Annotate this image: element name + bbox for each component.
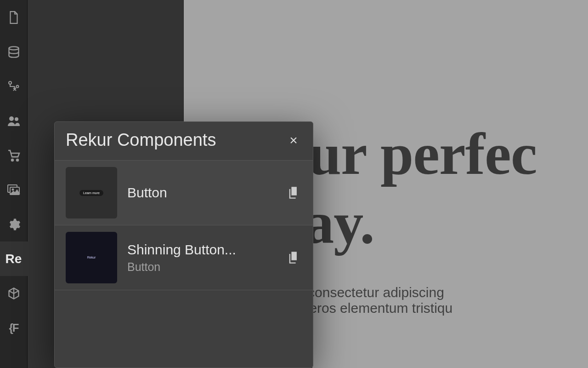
popover-header: Rekur Components × (55, 122, 313, 161)
sidebar-item-users[interactable] (0, 104, 28, 138)
sidebar-item-assets[interactable] (0, 172, 28, 207)
svg-point-5 (9, 116, 14, 121)
component-labels: Button (127, 185, 275, 201)
close-icon: × (289, 132, 298, 148)
svg-point-1 (9, 81, 11, 84)
svg-point-6 (15, 117, 18, 121)
database-icon (7, 46, 20, 58)
cart-icon (7, 149, 21, 162)
popover-title: Rekur Components (66, 130, 216, 150)
copy-icon (288, 186, 300, 200)
thumbnail-preview: Learn more (79, 190, 103, 196)
copy-icon (288, 251, 300, 264)
component-row-button[interactable]: Learn more Button (55, 161, 313, 225)
rekur-icon: Re (6, 252, 22, 266)
thumbnail-preview: Rekur (87, 255, 96, 260)
users-icon (7, 115, 21, 127)
component-name: Shinning Button... (127, 242, 275, 258)
component-row-shining-button[interactable]: Rekur Shinning Button... Button (55, 225, 313, 290)
page-icon (8, 11, 20, 24)
svg-point-7 (11, 159, 13, 161)
sidebar-item-logic[interactable] (0, 69, 28, 104)
rekur-components-popover: Rekur Components × Learn more Button Rek… (54, 121, 313, 368)
component-copy-button[interactable] (285, 184, 302, 201)
component-name: Button (127, 185, 275, 201)
sidebar-item-ecommerce[interactable] (0, 138, 28, 172)
font-icon: {F (9, 322, 18, 334)
popover-close-button[interactable]: × (285, 132, 302, 149)
cube-icon (7, 287, 20, 300)
component-copy-button[interactable] (285, 249, 302, 266)
component-labels: Shinning Button... Button (127, 242, 275, 274)
sidebar-item-settings[interactable] (0, 207, 28, 242)
sidebar-item-fonts[interactable]: {F (0, 310, 28, 345)
image-icon (7, 184, 21, 196)
component-thumbnail: Learn more (66, 167, 117, 218)
sidebar-item-components[interactable] (0, 276, 28, 310)
component-subtitle: Button (127, 260, 275, 274)
sitemap-icon (7, 80, 21, 93)
svg-point-2 (16, 85, 18, 87)
svg-point-8 (17, 159, 18, 161)
svg-point-11 (12, 189, 13, 190)
sidebar-item-rekur[interactable]: Re (0, 242, 28, 276)
gear-icon (7, 218, 21, 231)
sidebar-item-cms[interactable] (0, 34, 28, 69)
svg-point-0 (9, 46, 18, 50)
component-thumbnail: Rekur (66, 232, 117, 283)
sidebar-item-pages[interactable] (0, 0, 28, 34)
app-sidebar: Re {F (0, 0, 28, 368)
